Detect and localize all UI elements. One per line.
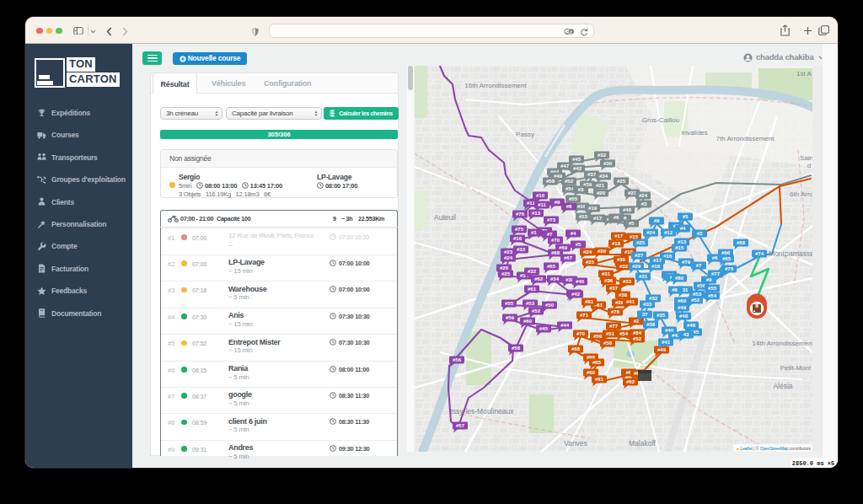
svg-text:#49: #49 (678, 305, 687, 310)
svg-text:#31: #31 (602, 271, 611, 276)
svg-text:Alésia: Alésia (773, 382, 792, 390)
svg-text:#65: #65 (722, 256, 732, 261)
svg-text:#51: #51 (606, 331, 615, 336)
svg-text:43: 43 (683, 332, 689, 337)
svg-text:#17: #17 (653, 258, 662, 263)
svg-text:#11: #11 (538, 202, 546, 207)
svg-text:#30: #30 (617, 257, 626, 262)
svg-text:#24: #24 (646, 230, 656, 235)
svg-text:#3: #3 (641, 201, 647, 206)
svg-text:▰ Leaflet | © OpenStreetMap co: ▰ Leaflet | © OpenStreetMap contributors (736, 446, 811, 451)
svg-text:#20: #20 (598, 249, 607, 254)
svg-text:#34: #34 (599, 174, 608, 179)
svg-text:#4: #4 (571, 231, 576, 236)
svg-text:#25: #25 (617, 179, 626, 184)
svg-text:#13: #13 (678, 239, 687, 244)
svg-text:#84: #84 (633, 330, 642, 335)
svg-text:Sain: Sain (800, 154, 812, 162)
svg-text:#8: #8 (566, 204, 572, 209)
svg-text:#61: #61 (528, 287, 537, 292)
svg-text:#9: #9 (555, 200, 560, 205)
svg-text:Invalides: Invalides (681, 129, 708, 137)
svg-text:#73: #73 (547, 217, 556, 223)
svg-text:#18: #18 (612, 241, 621, 246)
svg-text:#76: #76 (516, 212, 525, 217)
svg-text:#25: #25 (586, 260, 595, 265)
svg-text:#32: #32 (598, 153, 607, 158)
svg-text:#70: #70 (551, 238, 560, 243)
svg-text:#55: #55 (569, 196, 578, 201)
svg-text:31: 31 (683, 287, 689, 292)
svg-text:#71: #71 (580, 313, 589, 318)
svg-text:#75: #75 (725, 266, 734, 271)
svg-text:#68: #68 (571, 346, 581, 351)
svg-text:#19: #19 (588, 206, 598, 211)
svg-text:#15: #15 (630, 234, 639, 239)
svg-text:#57: #57 (456, 423, 465, 428)
svg-text:#33: #33 (517, 247, 526, 252)
svg-text:#33: #33 (623, 279, 632, 284)
svg-text:#35: #35 (657, 313, 666, 318)
svg-text:#15: #15 (579, 214, 588, 219)
svg-text:#80: #80 (675, 276, 684, 281)
svg-text:#25: #25 (636, 240, 646, 245)
svg-text:#52: #52 (532, 308, 541, 314)
svg-text:Petit-Mont: Petit-Mont (780, 364, 812, 372)
svg-text:#37: #37 (587, 172, 597, 177)
svg-text:#20: #20 (597, 190, 606, 196)
svg-text:#65: #65 (592, 360, 602, 365)
svg-text:#34: #34 (550, 276, 560, 281)
svg-text:#29: #29 (632, 264, 641, 269)
svg-text:#53: #53 (693, 292, 702, 297)
svg-text:#42: #42 (571, 292, 581, 297)
svg-text:#67: #67 (564, 255, 573, 260)
svg-text:Malakoff: Malakoff (629, 439, 657, 448)
svg-text:#52: #52 (691, 298, 700, 303)
svg-text:#46: #46 (623, 207, 632, 212)
svg-text:#61: #61 (595, 377, 604, 382)
svg-text:#21: #21 (596, 183, 605, 188)
svg-text:#23: #23 (504, 249, 513, 255)
svg-text:16th Arrondissement: 16th Arrondissement (464, 82, 527, 89)
svg-text:#17: #17 (614, 233, 624, 239)
svg-text:#24: #24 (504, 255, 513, 260)
svg-text:c: c (570, 29, 572, 35)
svg-text:#79: #79 (682, 260, 691, 265)
svg-text:#58: #58 (512, 346, 521, 351)
svg-text:#42: #42 (573, 166, 582, 171)
svg-text:#18: #18 (651, 264, 661, 269)
svg-text:#58: #58 (603, 340, 613, 346)
svg-text:#7: #7 (696, 263, 702, 268)
svg-text:#62: #62 (534, 276, 544, 281)
svg-text:#33: #33 (643, 302, 652, 307)
svg-text:#12: #12 (664, 230, 673, 235)
svg-text:#24: #24 (583, 249, 592, 255)
svg-text:#53: #53 (526, 301, 535, 306)
svg-text:#16: #16 (513, 236, 523, 241)
svg-text:#47: #47 (560, 164, 570, 169)
svg-text:#5: #5 (629, 221, 635, 226)
svg-text:#59: #59 (593, 334, 603, 339)
svg-text:Auteuil: Auteuil (434, 213, 456, 222)
svg-text:#55: #55 (505, 301, 514, 306)
svg-text:#5: #5 (576, 242, 582, 247)
svg-text:#17: #17 (593, 216, 603, 221)
svg-text:#68: #68 (737, 240, 746, 245)
svg-text:#48: #48 (679, 314, 689, 319)
svg-text:#77: #77 (609, 324, 619, 329)
svg-text:#78: #78 (611, 309, 620, 314)
svg-text:#30: #30 (603, 161, 613, 166)
svg-text:#70: #70 (576, 331, 586, 336)
svg-text:#25: #25 (501, 271, 511, 276)
svg-text:#52: #52 (565, 179, 574, 184)
svg-text:#9: #9 (706, 277, 712, 282)
svg-text:#6: #6 (712, 255, 718, 260)
svg-text:#68: #68 (551, 250, 560, 255)
svg-text:6th Arro: 6th Arro (790, 190, 812, 198)
svg-text:c: c (566, 29, 568, 35)
svg-text:Montparnasse: Montparnasse (769, 249, 812, 258)
svg-text:#40: #40 (576, 279, 585, 284)
svg-text:#4: #4 (680, 226, 686, 231)
svg-text:#10: #10 (536, 193, 545, 198)
svg-text:#74: #74 (755, 251, 764, 256)
